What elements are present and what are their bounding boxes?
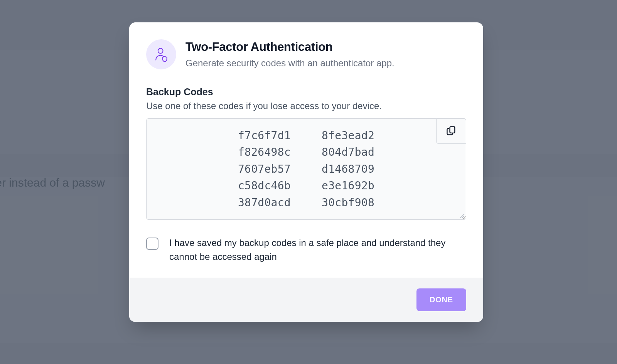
backup-code: 7607eb57 (238, 161, 291, 177)
backup-code: 804d7bad (322, 144, 374, 160)
backup-codes-textarea[interactable]: f7c6f7d1 f826498c 7607eb57 c58dc46b 387d… (146, 118, 466, 220)
two-factor-modal: Two-Factor Authentication Generate secur… (129, 22, 483, 322)
modal-header: Two-Factor Authentication Generate secur… (146, 39, 466, 69)
modal-footer: DONE (129, 278, 483, 322)
saved-codes-checkbox[interactable] (146, 238, 158, 250)
backup-codes-title: Backup Codes (146, 86, 466, 98)
modal-subtitle: Generate security codes with an authenti… (185, 58, 394, 69)
modal-body: Two-Factor Authentication Generate secur… (129, 22, 483, 278)
codes-column-right: 8fe3ead2 804d7bad d1468709 e3e1692b 30cb… (322, 127, 374, 211)
backup-codes-container: f7c6f7d1 f826498c 7607eb57 c58dc46b 387d… (146, 118, 466, 220)
svg-rect-3 (450, 126, 455, 133)
saved-codes-label[interactable]: I have saved my backup codes in a safe p… (169, 236, 466, 264)
backup-code: 387d0acd (238, 194, 291, 211)
backup-code: 30cbf908 (322, 194, 374, 211)
backup-code: f7c6f7d1 (238, 127, 291, 144)
copy-icon (446, 125, 457, 137)
svg-line-1 (460, 214, 464, 218)
done-button[interactable]: DONE (416, 288, 466, 311)
backup-code: d1468709 (322, 161, 374, 177)
user-shield-icon (146, 39, 176, 69)
backup-code: 8fe3ead2 (322, 127, 374, 144)
backup-code: e3e1692b (322, 177, 374, 194)
backup-codes-desc: Use one of these codes if you lose acces… (146, 101, 466, 111)
modal-title: Two-Factor Authentication (185, 40, 394, 54)
backup-code: f826498c (238, 144, 291, 160)
background-partial-text: vider instead of a passw (0, 176, 105, 189)
confirmation-row: I have saved my backup codes in a safe p… (146, 236, 466, 264)
svg-point-0 (158, 48, 163, 53)
codes-column-left: f7c6f7d1 f826498c 7607eb57 c58dc46b 387d… (238, 127, 291, 211)
resize-handle-icon (459, 213, 465, 218)
svg-line-2 (462, 216, 464, 218)
backup-code: c58dc46b (238, 177, 291, 194)
copy-codes-button[interactable] (436, 118, 466, 144)
modal-header-text: Two-Factor Authentication Generate secur… (185, 39, 394, 69)
